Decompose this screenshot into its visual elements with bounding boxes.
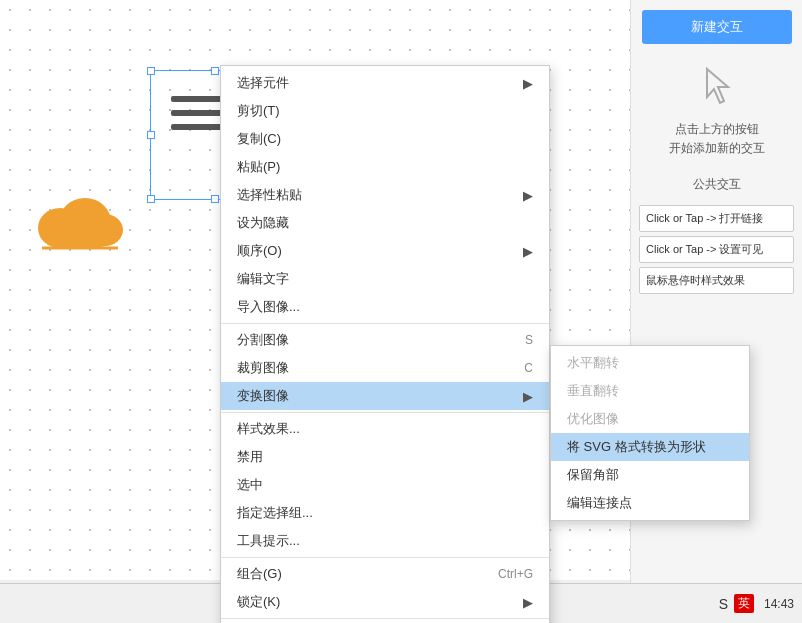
arrow-icon: ▶ bbox=[523, 188, 533, 203]
sub-context-menu: 水平翻转 垂直翻转 优化图像 将 SVG 格式转换为形状 保留角部 编辑连接点 bbox=[550, 345, 750, 521]
menu-item-set-hidden[interactable]: 设为隐藏 bbox=[221, 209, 549, 237]
svg-point-4 bbox=[42, 222, 118, 242]
context-menu: 选择元件 ▶ 剪切(T) 复制(C) 粘贴(P) 选择性粘贴 ▶ 设为隐藏 顺序… bbox=[220, 65, 550, 623]
sub-menu-item-edit-connection-points[interactable]: 编辑连接点 bbox=[551, 489, 749, 517]
menu-divider bbox=[221, 412, 549, 413]
menu-item-transform-image[interactable]: 变换图像 ▶ bbox=[221, 382, 549, 410]
menu-item-cut[interactable]: 剪切(T) bbox=[221, 97, 549, 125]
menu-divider bbox=[221, 618, 549, 619]
public-interaction-label: 公共交互 bbox=[631, 176, 802, 197]
handle-ml[interactable] bbox=[147, 131, 155, 139]
sub-menu-item-flip-v[interactable]: 垂直翻转 bbox=[551, 377, 749, 405]
interaction-btn-1[interactable]: Click or Tap -> 打开链接 bbox=[639, 205, 794, 232]
menu-item-split-image[interactable]: 分割图像 S bbox=[221, 326, 549, 354]
menu-item-selective-paste[interactable]: 选择性粘贴 ▶ bbox=[221, 181, 549, 209]
sub-menu-item-preserve-corners[interactable]: 保留角部 bbox=[551, 461, 749, 489]
menu-item-disable[interactable]: 禁用 bbox=[221, 443, 549, 471]
handle-tm[interactable] bbox=[211, 67, 219, 75]
menu-item-lock[interactable]: 锁定(K) ▶ bbox=[221, 588, 549, 616]
menu-divider bbox=[221, 557, 549, 558]
menu-item-edit-text[interactable]: 编辑文字 bbox=[221, 265, 549, 293]
click-icon-area: 点击上方的按钮 开始添加新的交互 bbox=[631, 59, 802, 158]
menu-item-copy[interactable]: 复制(C) bbox=[221, 125, 549, 153]
arrow-icon: ▶ bbox=[523, 244, 533, 259]
click-hint-line2: 开始添加新的交互 bbox=[631, 139, 802, 158]
sub-menu-item-svg-to-shape[interactable]: 将 SVG 格式转换为形状 bbox=[551, 433, 749, 461]
taskbar-icon-s: S bbox=[719, 596, 728, 612]
arrow-icon: ▶ bbox=[523, 76, 533, 91]
new-interaction-button[interactable]: 新建交互 bbox=[642, 10, 792, 44]
menu-item-import-image[interactable]: 导入图像... bbox=[221, 293, 549, 321]
sub-menu-item-flip-h[interactable]: 水平翻转 bbox=[551, 349, 749, 377]
interaction-btn-3[interactable]: 鼠标悬停时样式效果 bbox=[639, 267, 794, 294]
sub-menu-item-optimize-image[interactable]: 优化图像 bbox=[551, 405, 749, 433]
menu-item-select-element[interactable]: 选择元件 ▶ bbox=[221, 69, 549, 97]
menu-item-style-effects[interactable]: 样式效果... bbox=[221, 415, 549, 443]
handle-tl[interactable] bbox=[147, 67, 155, 75]
menu-item-paste[interactable]: 粘贴(P) bbox=[221, 153, 549, 181]
right-panel: 新建交互 点击上方的按钮 开始添加新的交互 公共交互 Click or Tap … bbox=[630, 0, 802, 623]
handle-bm[interactable] bbox=[211, 195, 219, 203]
taskbar-time: 14:43 bbox=[764, 597, 794, 611]
taskbar-lang: 英 bbox=[734, 594, 754, 613]
click-hint-line1: 点击上方的按钮 bbox=[631, 120, 802, 139]
menu-item-select[interactable]: 选中 bbox=[221, 471, 549, 499]
handle-bl[interactable] bbox=[147, 195, 155, 203]
arrow-icon: ▶ bbox=[523, 389, 533, 404]
menu-item-tooltip[interactable]: 工具提示... bbox=[221, 527, 549, 555]
menu-divider bbox=[221, 323, 549, 324]
interaction-btn-2[interactable]: Click or Tap -> 设置可见 bbox=[639, 236, 794, 263]
menu-item-crop-image[interactable]: 裁剪图像 C bbox=[221, 354, 549, 382]
menu-item-assign-group[interactable]: 指定选择组... bbox=[221, 499, 549, 527]
menu-item-order[interactable]: 顺序(O) ▶ bbox=[221, 237, 549, 265]
cloud-element bbox=[30, 180, 130, 260]
arrow-icon: ▶ bbox=[523, 595, 533, 610]
cursor-icon bbox=[692, 59, 742, 112]
menu-item-group[interactable]: 组合(G) Ctrl+G bbox=[221, 560, 549, 588]
